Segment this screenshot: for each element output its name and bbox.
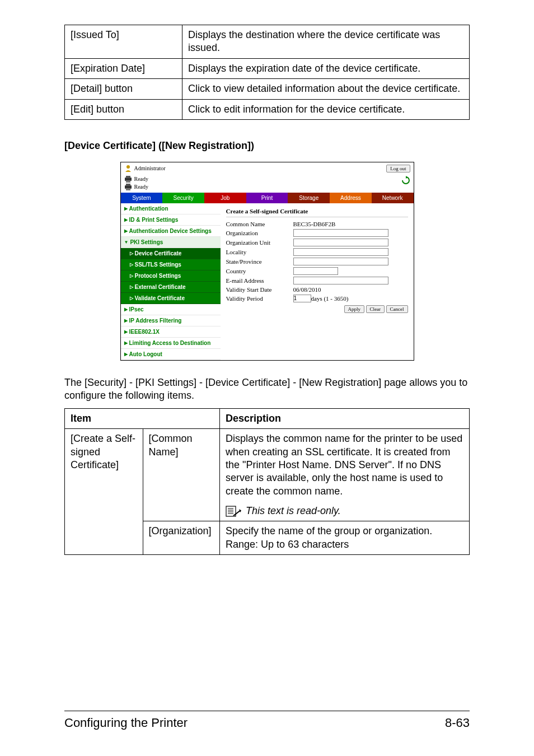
label-country: Country [226,268,293,274]
item-desc-cell: Specify the name of the group or organiz… [220,521,470,555]
triangle-icon: ▶ [124,217,128,222]
footer-right: 8-63 [445,716,470,730]
sidebar-item-pki[interactable]: ▼PKI Settings [121,237,221,248]
triangle-down-icon: ▼ [124,240,129,245]
form-panel: Create a Self-signed Certificate Common … [221,203,414,360]
triangle-icon: ▷ [130,296,133,301]
svg-rect-5 [126,184,130,186]
label-state: State/Province [226,258,293,265]
tab-storage[interactable]: Storage [288,193,330,203]
table-row: [Issued To] Displays the destination whe… [65,25,470,59]
triangle-icon: ▷ [130,262,133,267]
sidebar-sub-external-cert[interactable]: ▷External Certificate [121,282,221,293]
table-row: [Expiration Date] Displays the expiratio… [65,58,470,78]
cert-row-label: [Edit] button [65,99,182,119]
sidebar-sub-protocol[interactable]: ▷Protocol Settings [121,270,221,282]
sidebar-item-limit-access[interactable]: ▶Limiting Access to Destination [121,338,221,349]
label-common-name: Common Name [226,221,293,227]
refresh-icon[interactable] [401,176,410,185]
state-input[interactable] [293,258,388,265]
table-row: [Detail] button Click to view detailed i… [65,79,470,99]
admin-icon [124,165,132,172]
admin-label: Administrator [134,165,166,171]
svg-rect-2 [126,176,130,178]
item-note-text: This text is read-only. [246,505,341,517]
apply-button[interactable]: Apply [344,305,365,313]
cert-row-label: [Expiration Date] [65,58,182,78]
table-row: [Create a Self-signed Certificate] [Comm… [65,429,470,521]
sidebar-item-auth-device[interactable]: ▶Authentication Device Settings [121,226,221,237]
triangle-icon: ▷ [130,273,133,278]
sidebar-item-authentication[interactable]: ▶Authentication [121,203,221,214]
triangle-icon: ▷ [130,251,133,256]
sidebar-item-id-print[interactable]: ▶ID & Print Settings [121,214,221,226]
printer-icon [124,184,132,190]
side-menu: ▶Authentication ▶ID & Print Settings ▶Au… [121,203,221,360]
value-common-name: BEC35-DB6F2B [293,221,336,227]
cert-row-desc: Displays the expiration date of the devi… [182,58,470,78]
admin-ui-screenshot: Administrator Log out Ready Ready System… [120,162,414,361]
value-start-date: 06/08/2010 [293,286,321,293]
item-sub-label: [Organization] [143,521,220,555]
cert-row-desc: Displays the destination where the devic… [182,25,470,59]
item-sub-label: [Common Name] [143,429,220,521]
table-row: [Edit] button Click to edit information … [65,99,470,119]
tab-bar: System Security Job Print Storage Addres… [121,193,414,203]
tab-network[interactable]: Network [372,193,414,203]
sidebar-item-ipsec[interactable]: ▶IPsec [121,304,221,315]
email-input[interactable] [293,277,388,284]
label-start-date: Validity Start Date [226,286,293,293]
item-group-label: [Create a Self-signed Certificate] [65,429,143,555]
panel-title: Create a Self-signed Certificate [226,208,408,217]
label-email: E-mail Address [226,277,293,284]
triangle-icon: ▷ [130,284,133,290]
item-desc-text: Displays the common name for the printer… [226,433,462,497]
locality-input[interactable] [293,248,388,256]
sidebar-item-ieee8021x[interactable]: ▶IEEE802.1X [121,326,221,338]
org-unit-input[interactable] [293,239,388,246]
country-input[interactable] [293,267,338,275]
triangle-icon: ▶ [124,206,128,211]
cancel-button[interactable]: Cancel [386,305,408,313]
sidebar-sub-validate-cert[interactable]: ▷Validate Certificate [121,293,221,304]
triangle-icon: ▶ [124,329,128,334]
cert-row-label: [Issued To] [65,25,182,59]
sidebar-item-ipfilter[interactable]: ▶IP Address Filtering [121,315,221,326]
col-header-item: Item [65,408,220,428]
sidebar-sub-device-cert[interactable]: ▷Device Certificate [121,248,221,259]
cert-row-label: [Detail] button [65,79,182,99]
svg-rect-3 [126,180,130,183]
item-description-table: Item Description [Create a Self-signed C… [64,408,470,556]
label-org-unit: Organization Unit [226,239,293,246]
organization-input[interactable] [293,229,388,237]
clear-button[interactable]: Clear [366,305,385,313]
triangle-icon: ▶ [124,352,128,357]
validity-period-suffix: days (1 - 3650) [311,295,349,302]
triangle-icon: ▶ [124,307,128,312]
label-organization: Organization [226,230,293,236]
label-locality: Locality [226,249,293,255]
certificate-description-table: [Issued To] Displays the destination whe… [64,25,470,120]
cert-row-desc: Click to edit information for the device… [182,99,470,119]
section-heading: [Device Certificate] ([New Registration]… [64,140,470,152]
svg-point-0 [127,165,130,169]
footer-left: Configuring the Printer [64,716,188,730]
status-ready: Ready [134,176,149,182]
validity-period-input[interactable] [293,295,311,302]
tab-print[interactable]: Print [246,193,288,203]
triangle-icon: ▶ [124,228,128,234]
triangle-icon: ▶ [124,318,128,323]
tab-address[interactable]: Address [330,193,372,203]
cert-row-desc: Click to view detailed information about… [182,79,470,99]
page-footer: Configuring the Printer 8-63 [64,711,470,730]
logout-button[interactable]: Log out [386,165,410,172]
tab-system[interactable]: System [121,193,163,203]
svg-rect-6 [126,188,130,190]
tab-job[interactable]: Job [204,193,246,203]
col-header-desc: Description [220,408,470,428]
status-ready: Ready [134,184,149,190]
sidebar-sub-ssl[interactable]: ▷SSL/TLS Settings [121,259,221,270]
note-icon [226,506,241,517]
tab-security[interactable]: Security [162,193,204,203]
sidebar-item-auto-logout[interactable]: ▶Auto Logout [121,349,221,360]
